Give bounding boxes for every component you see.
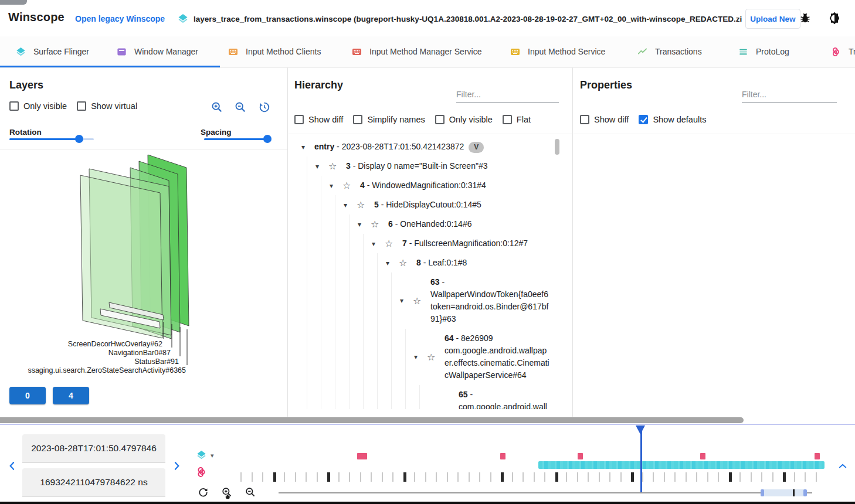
expand-caret-icon[interactable]: ▾ xyxy=(301,143,314,151)
refresh-icon[interactable] xyxy=(198,487,209,500)
tree-node-8[interactable]: ▾☆8 - Leaf:0:1#8 xyxy=(287,253,561,273)
trace-entry-tick[interactable] xyxy=(534,472,535,482)
pin-star-icon[interactable]: ☆ xyxy=(371,219,384,230)
expand-caret-icon[interactable]: ▾ xyxy=(330,182,342,190)
timestamp-human-field[interactable]: 2023-08-28T17:01:50.4797846 xyxy=(22,434,165,462)
sf-trace-range-bar[interactable] xyxy=(538,461,825,469)
expand-caret-icon[interactable]: ▾ xyxy=(386,259,399,267)
horizontal-scrollbar[interactable] xyxy=(0,417,744,423)
trace-entry-tick[interactable] xyxy=(566,472,567,482)
trace-entry-tick[interactable] xyxy=(588,472,589,482)
trace-entry-tick[interactable] xyxy=(512,472,513,482)
tab-input-method-service[interactable]: Input Method Service xyxy=(510,36,605,67)
trace-entry-tick[interactable] xyxy=(371,472,372,482)
trace-entry-tick[interactable] xyxy=(436,472,437,482)
zoom-in-icon[interactable] xyxy=(211,101,223,115)
trace-entry-tick[interactable] xyxy=(783,472,786,482)
transition-marker[interactable] xyxy=(815,453,820,459)
trace-entry-tick[interactable] xyxy=(317,472,318,482)
tree-node-entry[interactable]: ▾entry - 2023-08-28T17:01:50.421423872V xyxy=(287,137,561,156)
expand-caret-icon[interactable]: ▾ xyxy=(315,162,328,171)
expand-caret-icon[interactable]: ▾ xyxy=(344,201,357,209)
trace-entry-tick[interactable] xyxy=(447,472,448,482)
transition-marker[interactable] xyxy=(500,453,505,459)
trace-entry-tick[interactable] xyxy=(360,472,361,482)
transition-marker[interactable] xyxy=(357,453,367,459)
trace-entry-tick[interactable] xyxy=(349,472,350,482)
tab-input-method-clients[interactable]: Input Method Clients xyxy=(228,36,321,67)
trace-entry-tick[interactable] xyxy=(686,472,687,482)
checkbox-box[interactable] xyxy=(435,115,445,124)
trace-entry-tick[interactable] xyxy=(555,472,558,482)
tree-node-65[interactable]: ▾☆65 - com.google.android.wallpaper.effe… xyxy=(287,385,561,409)
tab-protolog[interactable]: ProtoLog xyxy=(738,36,789,67)
pin-star-icon[interactable]: ☆ xyxy=(427,352,440,363)
expand-caret-icon[interactable]: ▾ xyxy=(400,297,413,305)
trace-entry-tick[interactable] xyxy=(501,472,504,482)
layer-id-button-0[interactable]: 0 xyxy=(9,387,46,404)
trace-entry-tick[interactable] xyxy=(306,472,307,482)
timeline-zoom-out-icon[interactable] xyxy=(245,486,256,500)
layers-checkbox-show-virtual[interactable]: Show virtual xyxy=(77,101,137,111)
checkbox-box[interactable] xyxy=(9,101,19,111)
layers-checkbox-only-visible[interactable]: Only visible xyxy=(9,101,67,111)
pin-star-icon[interactable]: ☆ xyxy=(385,238,398,249)
trace-entry-tick[interactable] xyxy=(805,472,806,482)
tab-input-method-manager-service[interactable]: Input Method Manager Service xyxy=(351,36,481,67)
transitions-trace-icon[interactable] xyxy=(195,466,208,480)
collapse-timeline-chevron-icon[interactable] xyxy=(837,461,848,473)
spacing-slider-thumb[interactable] xyxy=(263,135,272,143)
trace-entry-tick[interactable] xyxy=(403,472,406,482)
expand-caret-icon[interactable]: ▾ xyxy=(358,220,371,229)
trace-entry-tick[interactable] xyxy=(522,472,524,482)
timeline-cursor-line[interactable] xyxy=(640,425,642,492)
trace-entry-tick[interactable] xyxy=(599,472,600,482)
trace-entry-tick[interactable] xyxy=(544,472,545,482)
next-entry-chevron-icon[interactable] xyxy=(171,460,182,474)
trace-entry-tick[interactable] xyxy=(729,472,732,482)
layers-3d-view[interactable]: ScreenDecorHwcOverlay#62NavigationBar0#8… xyxy=(0,150,287,380)
pin-star-icon[interactable]: ☆ xyxy=(357,199,369,210)
hierarchy-checkbox-only-visible[interactable]: Only visible xyxy=(435,115,493,124)
dark-mode-toggle-icon[interactable] xyxy=(827,11,842,27)
layer-id-button-4[interactable]: 4 xyxy=(53,387,89,404)
tree-node-3[interactable]: ▾☆3 - Display 0 name="Built-in Screen"#3 xyxy=(287,156,561,176)
trace-entry-tick[interactable] xyxy=(327,472,330,482)
trace-selector-caret-down-icon[interactable]: ▾ xyxy=(211,452,214,459)
open-legacy-link[interactable]: Open legacy Winscope xyxy=(75,14,165,23)
trace-entry-tick[interactable] xyxy=(761,472,762,482)
checkbox-box[interactable] xyxy=(503,115,512,124)
tab-tr[interactable]: Tr xyxy=(830,36,855,67)
properties-checkbox-show-defaults[interactable]: Show defaults xyxy=(639,115,706,124)
properties-filter-input[interactable] xyxy=(742,87,837,103)
checkbox-box[interactable] xyxy=(294,115,304,124)
range-slider-handle-left[interactable] xyxy=(761,489,764,496)
pin-star-icon[interactable]: ☆ xyxy=(413,295,426,307)
trace-entry-tick[interactable] xyxy=(457,472,459,482)
trace-entry-tick[interactable] xyxy=(392,472,393,482)
trace-entry-tick[interactable] xyxy=(284,472,285,482)
trace-entry-tick[interactable] xyxy=(425,472,426,482)
checkbox-box[interactable] xyxy=(580,115,589,124)
tab-transactions[interactable]: Transactions xyxy=(637,36,702,67)
checkbox-box[interactable] xyxy=(353,115,362,124)
trace-entry-tick[interactable] xyxy=(382,472,383,482)
tree-node-7[interactable]: ▾☆7 - FullscreenMagnification:0:12#7 xyxy=(287,234,561,253)
range-slider-handle-right[interactable] xyxy=(803,489,807,496)
pin-star-icon[interactable]: ☆ xyxy=(342,180,355,191)
tree-node-64[interactable]: ▾☆64 - 8e26909 com.google.android.wallpa… xyxy=(287,329,561,385)
trace-entry-tick[interactable] xyxy=(577,472,578,482)
trace-entry-tick[interactable] xyxy=(739,472,741,482)
checkbox-box[interactable] xyxy=(639,115,648,124)
trace-entry-tick[interactable] xyxy=(338,472,340,482)
tree-node-6[interactable]: ▾☆6 - OneHanded:0:14#6 xyxy=(287,214,561,234)
trace-entry-tick[interactable] xyxy=(469,472,470,482)
trace-entry-tick[interactable] xyxy=(490,472,491,482)
properties-checkbox-show-diff[interactable]: Show diff xyxy=(580,115,629,124)
bug-report-icon[interactable] xyxy=(799,12,812,26)
trace-entry-tick[interactable] xyxy=(620,472,622,482)
trace-entry-tick[interactable] xyxy=(696,472,697,482)
trace-entry-tick[interactable] xyxy=(653,472,654,482)
tab-window-manager[interactable]: Window Manager xyxy=(116,36,198,67)
zoom-out-icon[interactable] xyxy=(234,101,247,115)
